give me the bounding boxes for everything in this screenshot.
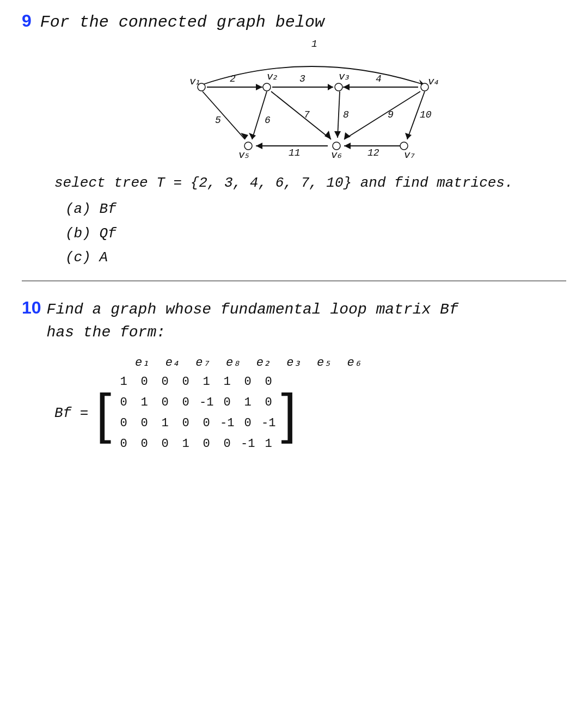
- col-header-e4: e₄: [166, 356, 180, 370]
- parts-list: (a) Bf (b) Qf (c) A: [65, 197, 566, 269]
- cell-0-2: 0: [155, 372, 175, 392]
- cell-2-4: 0: [196, 413, 217, 434]
- cell-2-7: -1: [258, 413, 279, 434]
- cell-0-1: 0: [134, 372, 155, 392]
- matrix-bracket-left: [: [96, 386, 111, 440]
- svg-text:v₇: v₇: [404, 149, 415, 161]
- matrix-column-headers: e₁ e₄ e₇ e₈ e₂ e₃ e₅ e₆: [135, 355, 566, 370]
- matrix-section: e₁ e₄ e₇ e₈ e₂ e₃ e₅ e₆ Bf = [ 1 0 0: [54, 355, 566, 455]
- question-9-header: 9 For the connected graph below: [22, 11, 566, 32]
- cell-0-6: 0: [237, 372, 258, 392]
- cell-1-6: 1: [237, 392, 258, 413]
- part-a-label: (a): [65, 201, 99, 217]
- svg-line-20: [338, 91, 340, 138]
- svg-text:2: 2: [230, 73, 236, 84]
- cell-1-5: 0: [217, 392, 237, 413]
- cell-0-5: 1: [217, 372, 237, 392]
- svg-line-17: [271, 91, 331, 139]
- cell-2-6: 0: [237, 413, 258, 434]
- part-a-value: Bf: [99, 201, 116, 217]
- cell-3-7: 1: [258, 434, 279, 455]
- col-header-e7: e₇: [195, 356, 210, 370]
- svg-text:11: 11: [289, 148, 301, 158]
- col-header-e2: e₂: [256, 356, 271, 370]
- cell-2-0: 0: [113, 413, 134, 434]
- svg-text:3: 3: [299, 73, 305, 84]
- matrix-grid: 1 0 0 0 1 1 0 0 0 1 0 0 -1 0: [113, 372, 279, 455]
- cell-1-7: 0: [258, 392, 279, 413]
- matrix-equation: Bf = [ 1 0 0 0 1 1 0 0 0: [54, 372, 566, 455]
- col-header-e1: e₁: [135, 356, 149, 370]
- svg-text:12: 12: [367, 148, 379, 158]
- svg-text:6: 6: [265, 115, 271, 126]
- cell-3-1: 0: [134, 434, 155, 455]
- svg-marker-30: [256, 143, 262, 149]
- part-a: (a) Bf: [65, 197, 566, 221]
- part-b: (b) Qf: [65, 222, 566, 246]
- svg-text:v₃: v₃: [339, 71, 350, 83]
- svg-marker-9: [343, 84, 350, 90]
- question-10-text: Find a graph whose fundamental loop matr…: [47, 298, 458, 321]
- cell-2-5: -1: [217, 413, 237, 434]
- cell-0-3: 0: [175, 372, 196, 392]
- cell-1-0: 0: [113, 392, 134, 413]
- svg-text:1: 1: [311, 39, 317, 50]
- svg-text:5: 5: [215, 115, 221, 126]
- svg-text:v₂: v₂: [267, 71, 278, 83]
- part-c-value: A: [99, 249, 108, 266]
- svg-text:7: 7: [304, 109, 310, 120]
- cell-3-2: 0: [155, 434, 175, 455]
- cell-0-4: 1: [196, 372, 217, 392]
- svg-marker-6: [328, 84, 333, 90]
- svg-text:v₄: v₄: [428, 76, 438, 88]
- svg-text:10: 10: [420, 109, 432, 120]
- part-c: (c) A: [65, 246, 566, 269]
- cell-2-3: 0: [175, 413, 196, 434]
- col-header-e3: e₃: [286, 356, 301, 370]
- question-10-header: 10 Find a graph whose fundamental loop m…: [22, 298, 566, 344]
- question-10-number: 10: [22, 298, 41, 318]
- svg-text:8: 8: [343, 109, 349, 120]
- cell-0-7: 0: [258, 372, 279, 392]
- cell-3-5: 0: [217, 434, 237, 455]
- svg-marker-21: [334, 131, 341, 138]
- question-9-number: 9: [22, 11, 32, 31]
- cell-2-1: 0: [134, 413, 155, 434]
- cell-0-0: 1: [113, 372, 134, 392]
- svg-marker-33: [344, 143, 351, 149]
- part-c-label: (c): [65, 249, 99, 266]
- question-10-text2: has the form:: [47, 321, 458, 344]
- svg-text:4: 4: [376, 73, 382, 84]
- svg-marker-3: [256, 84, 262, 90]
- matrix-outer: [ 1 0 0 0 1 1 0 0 0 1 0: [96, 372, 296, 455]
- col-header-e5: e₅: [317, 356, 331, 370]
- svg-point-37: [263, 83, 271, 91]
- svg-text:9: 9: [388, 109, 394, 120]
- svg-marker-15: [249, 133, 256, 139]
- col-header-e6: e₆: [347, 356, 362, 370]
- part-b-value: Qf: [99, 225, 116, 242]
- cell-3-3: 1: [175, 434, 196, 455]
- cell-3-6: -1: [237, 434, 258, 455]
- svg-text:v₁: v₁: [189, 76, 200, 88]
- svg-text:v₆: v₆: [331, 149, 342, 161]
- select-tree-text: select tree T = {2, 3, 4, 6, 7, 10} and …: [54, 173, 534, 193]
- page: 9 For the connected graph below 1 2 3: [0, 0, 588, 718]
- question-10-section: 10 Find a graph whose fundamental loop m…: [22, 298, 566, 455]
- cell-3-4: 0: [196, 434, 217, 455]
- cell-3-0: 0: [113, 434, 134, 455]
- cell-1-2: 0: [155, 392, 175, 413]
- svg-point-41: [421, 83, 428, 91]
- cell-1-4: -1: [196, 392, 217, 413]
- svg-marker-27: [405, 133, 412, 139]
- matrix-bracket-right: ]: [281, 386, 296, 440]
- bf-label: Bf =: [54, 405, 88, 421]
- svg-point-43: [244, 142, 252, 150]
- graph-container: 1 2 3 4 5 6: [54, 37, 566, 162]
- svg-line-23: [344, 91, 420, 139]
- svg-marker-18: [324, 131, 331, 139]
- graph-svg: 1 2 3 4 5 6: [158, 37, 463, 162]
- svg-text:v₅: v₅: [238, 149, 249, 161]
- cell-1-1: 1: [134, 392, 155, 413]
- cell-1-3: 0: [175, 392, 196, 413]
